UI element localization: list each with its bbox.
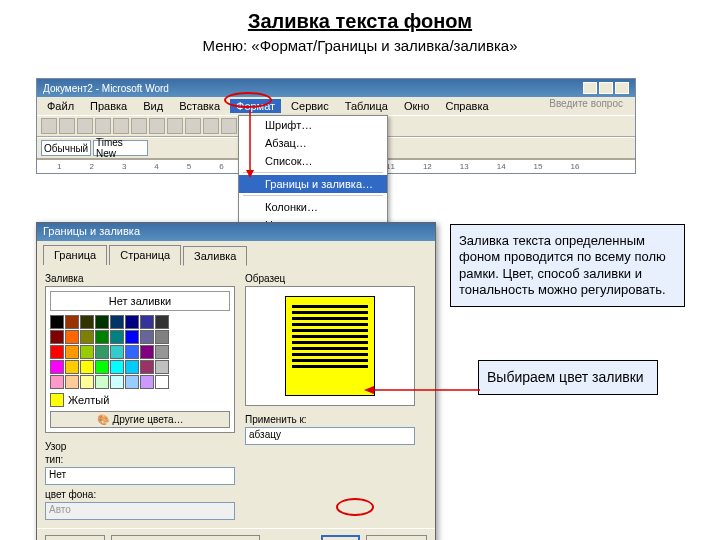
color-swatch[interactable] <box>140 330 154 344</box>
color-swatch[interactable] <box>110 375 124 389</box>
apply-to-combo[interactable]: абзацу <box>245 427 415 445</box>
color-swatch[interactable] <box>65 345 79 359</box>
ok-button[interactable]: ОК <box>321 535 360 540</box>
font-combo[interactable]: Times New <box>93 140 148 156</box>
hline-button[interactable]: Горизонтальная линия… <box>111 535 260 540</box>
close-button[interactable] <box>615 82 629 94</box>
help-search-hint[interactable]: Введите вопрос <box>539 97 629 110</box>
color-swatch[interactable] <box>80 345 94 359</box>
word-window: Документ2 - Microsoft Word Файл Правка В… <box>36 78 636 174</box>
color-swatch[interactable] <box>110 330 124 344</box>
style-combo[interactable]: Обычный <box>41 140 91 156</box>
open-icon[interactable] <box>59 118 75 134</box>
preview-icon[interactable] <box>113 118 129 134</box>
preview-line <box>292 329 368 332</box>
pattern-color-combo[interactable]: Авто <box>45 502 235 520</box>
preview-line <box>292 347 368 350</box>
menu-item-paragraph[interactable]: Абзац… <box>239 134 387 152</box>
menu-item-list[interactable]: Список… <box>239 152 387 170</box>
color-swatch[interactable] <box>50 345 64 359</box>
ruler-tick: 1 <box>57 162 61 171</box>
menu-edit[interactable]: Правка <box>84 99 133 113</box>
maximize-button[interactable] <box>599 82 613 94</box>
borders-fill-dialog: Границы и заливка Граница Страница Залив… <box>36 222 436 540</box>
menu-help[interactable]: Справка <box>439 99 494 113</box>
menu-service[interactable]: Сервис <box>285 99 335 113</box>
tab-fill[interactable]: Заливка <box>183 246 247 266</box>
menu-item-columns[interactable]: Колонки… <box>239 198 387 216</box>
color-swatch[interactable] <box>95 330 109 344</box>
menu-view[interactable]: Вид <box>137 99 169 113</box>
pattern-type-combo[interactable]: Нет <box>45 467 235 485</box>
cut-icon[interactable] <box>149 118 165 134</box>
ruler-tick: 6 <box>219 162 223 171</box>
color-swatch[interactable] <box>65 375 79 389</box>
color-swatch[interactable] <box>50 360 64 374</box>
toolbar-button[interactable]: Панель <box>45 535 105 540</box>
color-swatch[interactable] <box>125 315 139 329</box>
color-swatch[interactable] <box>125 345 139 359</box>
color-swatch[interactable] <box>80 360 94 374</box>
tab-page[interactable]: Страница <box>109 245 181 265</box>
color-swatch[interactable] <box>95 315 109 329</box>
palette-icon: 🎨 <box>97 414 109 425</box>
spell-icon[interactable] <box>131 118 147 134</box>
cancel-button[interactable]: Отмена <box>366 535 427 540</box>
preview-line <box>292 359 368 362</box>
color-swatch[interactable] <box>50 330 64 344</box>
menu-item-font[interactable]: Шрифт… <box>239 116 387 134</box>
save-icon[interactable] <box>77 118 93 134</box>
print-icon[interactable] <box>95 118 111 134</box>
menu-insert[interactable]: Вставка <box>173 99 226 113</box>
minimize-button[interactable] <box>583 82 597 94</box>
selected-color-label: Желтый <box>68 394 109 406</box>
ruler-tick: 4 <box>154 162 158 171</box>
color-swatch[interactable] <box>125 375 139 389</box>
more-colors-button[interactable]: 🎨 Другие цвета… <box>50 411 230 428</box>
ruler-tick: 13 <box>460 162 469 171</box>
menu-format[interactable]: Формат <box>230 99 281 113</box>
color-swatch[interactable] <box>80 330 94 344</box>
color-swatch[interactable] <box>110 345 124 359</box>
color-swatch[interactable] <box>95 360 109 374</box>
color-swatch[interactable] <box>65 360 79 374</box>
color-swatch[interactable] <box>50 375 64 389</box>
preview-line <box>292 341 368 344</box>
redo-icon[interactable] <box>221 118 237 134</box>
color-swatch[interactable] <box>140 345 154 359</box>
color-swatch[interactable] <box>140 315 154 329</box>
color-swatch[interactable] <box>155 345 169 359</box>
color-swatch[interactable] <box>110 315 124 329</box>
new-doc-icon[interactable] <box>41 118 57 134</box>
color-swatch[interactable] <box>50 315 64 329</box>
no-fill-button[interactable]: Нет заливки <box>50 291 230 311</box>
color-swatch[interactable] <box>95 375 109 389</box>
menu-table[interactable]: Таблица <box>339 99 394 113</box>
color-swatch[interactable] <box>155 375 169 389</box>
menu-file[interactable]: Файл <box>41 99 80 113</box>
doc-title: Документ2 - Microsoft Word <box>43 83 169 94</box>
copy-icon[interactable] <box>167 118 183 134</box>
undo-icon[interactable] <box>203 118 219 134</box>
color-swatch[interactable] <box>155 315 169 329</box>
color-swatch[interactable] <box>80 315 94 329</box>
preview-label: Образец <box>245 273 415 284</box>
color-swatch[interactable] <box>95 345 109 359</box>
paste-icon[interactable] <box>185 118 201 134</box>
color-swatch[interactable] <box>65 315 79 329</box>
tab-border[interactable]: Граница <box>43 245 107 265</box>
color-swatch[interactable] <box>155 360 169 374</box>
color-swatch[interactable] <box>125 330 139 344</box>
color-swatch[interactable] <box>65 330 79 344</box>
pattern-label: Узор <box>45 441 235 452</box>
pattern-type-label: тип: <box>45 454 235 465</box>
color-swatch[interactable] <box>80 375 94 389</box>
menu-window[interactable]: Окно <box>398 99 436 113</box>
color-swatch[interactable] <box>140 375 154 389</box>
menu-item-borders-fill[interactable]: Границы и заливка… <box>239 175 387 193</box>
word-titlebar: Документ2 - Microsoft Word <box>37 79 635 97</box>
color-swatch[interactable] <box>140 360 154 374</box>
color-swatch[interactable] <box>155 330 169 344</box>
color-swatch[interactable] <box>125 360 139 374</box>
color-swatch[interactable] <box>110 360 124 374</box>
